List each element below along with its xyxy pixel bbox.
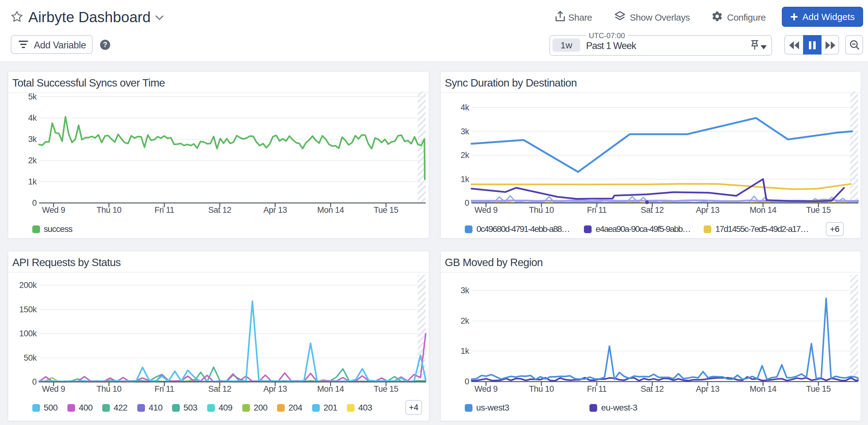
- svg-text:Fri 11: Fri 11: [155, 205, 174, 215]
- svg-text:4k: 4k: [461, 103, 469, 112]
- svg-text:Mon 14: Mon 14: [749, 384, 777, 394]
- svg-text:4k: 4k: [28, 113, 37, 123]
- svg-text:100k: 100k: [19, 329, 37, 338]
- svg-text:0: 0: [464, 198, 469, 208]
- svg-text:Apr 13: Apr 13: [696, 384, 720, 394]
- svg-text:Sat 12: Sat 12: [641, 384, 663, 394]
- svg-text:Thu 10: Thu 10: [529, 384, 554, 394]
- svg-text:Tue 15: Tue 15: [374, 205, 398, 215]
- svg-text:3k: 3k: [461, 286, 469, 295]
- svg-text:Fri 11: Fri 11: [587, 205, 607, 215]
- svg-text:2k: 2k: [28, 156, 37, 165]
- svg-text:1k: 1k: [461, 346, 469, 356]
- svg-text:2k: 2k: [461, 316, 469, 326]
- svg-text:Thu 10: Thu 10: [96, 384, 121, 394]
- svg-text:Tue 15: Tue 15: [806, 205, 831, 215]
- svg-text:Apr 13: Apr 13: [264, 384, 287, 394]
- svg-text:Apr 13: Apr 13: [696, 205, 720, 215]
- svg-text:3k: 3k: [461, 127, 469, 136]
- svg-text:0: 0: [32, 377, 37, 387]
- svg-text:Thu 10: Thu 10: [529, 205, 554, 215]
- svg-text:Fri 11: Fri 11: [155, 384, 174, 394]
- svg-text:Mon 14: Mon 14: [317, 205, 344, 215]
- svg-text:Mon 14: Mon 14: [749, 205, 777, 215]
- svg-text:50k: 50k: [24, 353, 37, 363]
- svg-text:Mon 14: Mon 14: [317, 384, 344, 394]
- svg-text:Wed 9: Wed 9: [42, 205, 65, 215]
- svg-text:0: 0: [32, 198, 37, 208]
- svg-text:Sat 12: Sat 12: [641, 205, 663, 215]
- svg-text:Tue 15: Tue 15: [374, 384, 398, 394]
- svg-text:Tue 15: Tue 15: [806, 384, 831, 394]
- svg-text:2k: 2k: [461, 151, 469, 160]
- svg-text:Fri 11: Fri 11: [587, 384, 607, 394]
- svg-text:Wed 9: Wed 9: [474, 205, 497, 215]
- svg-text:Wed 9: Wed 9: [474, 384, 497, 394]
- svg-text:0: 0: [464, 377, 469, 386]
- svg-text:Wed 9: Wed 9: [42, 384, 65, 394]
- svg-text:3k: 3k: [28, 134, 37, 144]
- svg-text:1k: 1k: [28, 177, 37, 186]
- svg-text:Sat 12: Sat 12: [208, 384, 231, 394]
- svg-text:200k: 200k: [19, 280, 37, 290]
- svg-text:Thu 10: Thu 10: [96, 205, 121, 215]
- svg-text:5k: 5k: [28, 92, 37, 101]
- svg-text:Sat 12: Sat 12: [208, 205, 231, 215]
- svg-text:150k: 150k: [19, 305, 37, 314]
- svg-text:1k: 1k: [461, 175, 469, 184]
- svg-text:Apr 13: Apr 13: [264, 205, 287, 215]
